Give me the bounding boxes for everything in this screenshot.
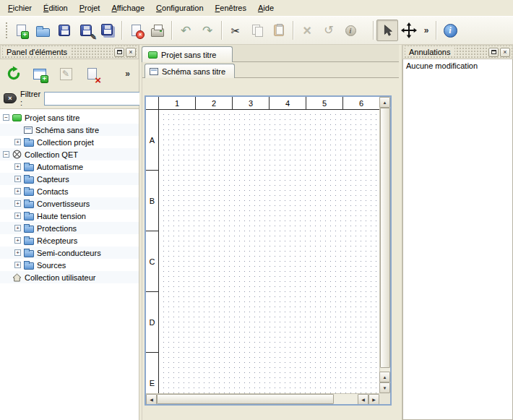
menu-projet[interactable]: Projet xyxy=(74,1,106,14)
float-dock-button[interactable] xyxy=(488,48,499,57)
element-info-button[interactable]: i xyxy=(340,20,361,41)
tab-project[interactable]: Projet sans titre xyxy=(142,46,233,62)
expand-icon[interactable]: + xyxy=(14,163,21,170)
tree-item-label: Collection QET xyxy=(25,150,78,159)
expand-icon[interactable]: + xyxy=(14,200,21,207)
arrow-up-icon: ▲ xyxy=(383,375,387,380)
menu-fichier[interactable]: Fichier xyxy=(2,1,38,14)
edit-element-button[interactable]: ✎ xyxy=(55,63,77,85)
close-dock-button[interactable]: × xyxy=(500,48,510,57)
tree-item-haute-tension[interactable]: + Haute tension xyxy=(0,210,139,222)
expand-icon[interactable]: + xyxy=(14,139,21,145)
menu-configuration[interactable]: Configuration xyxy=(150,1,209,14)
delete-button[interactable]: × xyxy=(296,20,318,41)
tree-item-sources[interactable]: + Sources xyxy=(0,259,139,271)
tree-item-protections[interactable]: + Protections xyxy=(0,222,139,234)
elements-panel-titlebar[interactable]: Panel d'éléments × xyxy=(0,45,139,59)
float-dock-button[interactable] xyxy=(114,48,124,57)
vertical-scrollbar[interactable]: ▲ ▲ ▼ xyxy=(379,97,390,393)
tab-schema[interactable]: Schéma sans titre xyxy=(145,64,235,78)
copy-icon xyxy=(251,25,263,36)
tree-item-convertisseurs[interactable]: + Convertisseurs xyxy=(0,197,139,210)
tree-item-label: Haute tension xyxy=(37,212,86,220)
tree-item-schema[interactable]: Schéma sans titre xyxy=(0,124,139,136)
tree-item-contacts[interactable]: + Contacts xyxy=(0,185,139,197)
tree-item-collection-utilisateur[interactable]: Collection utilisateur xyxy=(0,271,139,283)
collapse-icon[interactable]: − xyxy=(3,114,9,121)
expand-icon[interactable]: + xyxy=(14,262,21,268)
scroll-down-button[interactable]: ▼ xyxy=(379,382,390,393)
horizontal-scroll-thumb[interactable] xyxy=(157,394,334,404)
new-element-button[interactable]: + xyxy=(29,63,51,85)
menu-aide[interactable]: Aide xyxy=(252,1,280,14)
folder-icon xyxy=(24,201,34,208)
scroll-left-button-2[interactable]: ◀ xyxy=(358,394,368,404)
new-document-button[interactable]: + xyxy=(10,20,32,41)
menu-fenetres[interactable]: Fenêtres xyxy=(210,1,252,14)
tree-item-collection-qet[interactable]: − Collection QET xyxy=(0,148,139,160)
expand-icon[interactable]: + xyxy=(14,188,21,194)
undo-panel-title: Annulations xyxy=(405,48,454,56)
collapse-icon[interactable]: − xyxy=(3,151,9,158)
filter-input[interactable] xyxy=(44,92,152,106)
close-file-button[interactable]: × xyxy=(125,20,147,41)
undo-panel-titlebar[interactable]: Annulations × xyxy=(402,45,513,59)
tree-item-collection-projet[interactable]: + Collection projet xyxy=(0,136,139,148)
rotate-button[interactable]: ↺ xyxy=(318,20,340,41)
menu-affichage[interactable]: Affichage xyxy=(105,1,150,14)
tree-item-recepteurs[interactable]: + Récepteurs xyxy=(0,234,139,247)
delete-element-button[interactable]: × xyxy=(81,63,103,85)
scroll-left-button[interactable]: ◀ xyxy=(146,394,157,404)
redo-button[interactable]: ↷ xyxy=(197,20,218,41)
toolbar-overflow-button[interactable]: » xyxy=(420,20,433,41)
clear-filter-icon[interactable]: × xyxy=(4,93,17,103)
undo-button[interactable]: ↶ xyxy=(175,20,197,41)
row-label: A xyxy=(146,110,158,171)
move-tool-button[interactable] xyxy=(398,20,420,41)
diagram-view[interactable]: 1 2 3 4 5 6 A B C D E xyxy=(145,95,392,406)
expand-icon[interactable]: + xyxy=(14,237,21,244)
expand-icon[interactable]: + xyxy=(14,213,21,219)
undo-history-item[interactable]: Aucune modification xyxy=(403,59,512,72)
close-dock-button[interactable]: × xyxy=(126,48,136,57)
reload-collections-button[interactable] xyxy=(3,63,25,85)
rotate-icon: ↺ xyxy=(324,25,333,36)
save-button[interactable] xyxy=(53,20,75,41)
tree-item-automatisme[interactable]: + Automatisme xyxy=(0,160,139,173)
diagram-canvas[interactable]: 1 2 3 4 5 6 A B C D E xyxy=(146,97,390,404)
scroll-up-button-2[interactable]: ▲ xyxy=(379,372,390,382)
cut-button[interactable]: ✂ xyxy=(225,20,246,41)
tree-item-capteurs[interactable]: + Capteurs xyxy=(0,173,139,185)
folder-icon xyxy=(24,238,34,245)
select-tool-button[interactable] xyxy=(376,20,398,41)
horizontal-scrollbar[interactable]: ◀ ◀ ▶ xyxy=(146,393,379,404)
redo-icon: ↷ xyxy=(202,25,212,37)
project-window: Schéma sans titre 1 2 3 4 5 6 xyxy=(142,62,399,420)
panel-overflow-button[interactable]: » xyxy=(122,67,133,80)
arrow-up-icon: ▲ xyxy=(383,100,387,105)
scroll-up-button[interactable]: ▲ xyxy=(379,97,390,108)
open-folder-icon xyxy=(36,28,50,37)
vertical-scroll-thumb[interactable] xyxy=(380,108,390,368)
expand-icon[interactable]: + xyxy=(14,176,21,182)
save-all-button[interactable] xyxy=(97,20,118,41)
expand-icon[interactable]: + xyxy=(14,225,21,231)
menu-edition[interactable]: Édition xyxy=(38,1,74,14)
project-icon xyxy=(12,114,22,121)
paste-button[interactable] xyxy=(268,20,290,41)
about-button[interactable]: i xyxy=(439,20,461,41)
tree-item-label: Convertisseurs xyxy=(37,200,90,208)
print-button[interactable] xyxy=(147,20,168,41)
toolbar-grip[interactable] xyxy=(5,22,8,39)
tree-item-label: Automatisme xyxy=(37,163,83,171)
folder-icon xyxy=(24,140,34,147)
dot-grid[interactable] xyxy=(159,110,379,393)
close-icon: × xyxy=(503,49,506,56)
tree-item-semi-conducteurs[interactable]: + Semi-conducteurs xyxy=(0,247,139,259)
expand-icon[interactable]: + xyxy=(14,249,21,256)
copy-button[interactable] xyxy=(246,20,268,41)
tree-item-project[interactable]: − Projet sans titre xyxy=(0,111,139,124)
save-as-button[interactable]: ✎ xyxy=(75,20,97,41)
open-button[interactable] xyxy=(32,20,53,41)
scroll-right-button[interactable]: ▶ xyxy=(368,394,379,404)
